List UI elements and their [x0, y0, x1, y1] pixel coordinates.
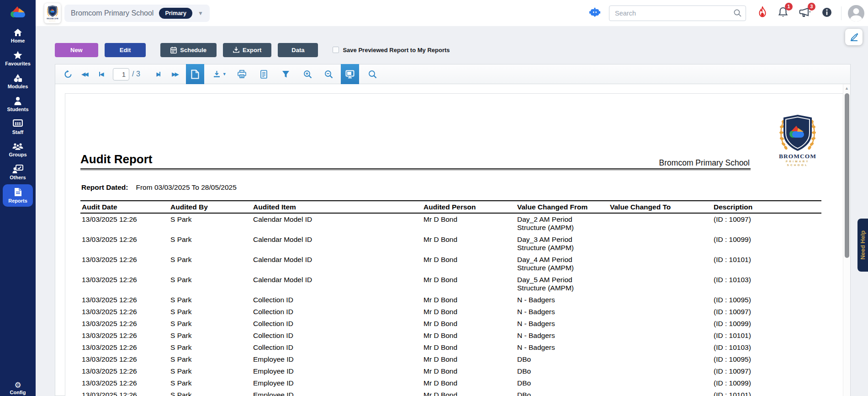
cell-audited-item: Calendar Model ID — [252, 274, 422, 294]
cell-value-changed-to — [609, 353, 712, 365]
cell-audited-by: S Park — [169, 330, 252, 342]
vertical-scrollbar[interactable]: ▲ — [843, 84, 850, 396]
assistant-bot-icon[interactable] — [589, 7, 601, 20]
zoom-out-icon[interactable] — [321, 64, 337, 84]
fit-to-screen-icon[interactable] — [341, 64, 359, 84]
cell-audited-item: Calendar Model ID — [252, 234, 422, 254]
cell-audit-date: 13/03/2025 12:26 — [80, 353, 169, 365]
cell-value-changed-from: Day_5 AM Period Structure (AMPM) — [516, 274, 609, 294]
page-number-input[interactable] — [113, 68, 129, 80]
pencil-icon — [849, 32, 859, 42]
need-help-tab[interactable]: Need Help — [857, 219, 868, 272]
save-report-option: Save Previewed Report to My Reports — [333, 47, 450, 54]
cell-value-changed-from: DBo — [516, 365, 609, 377]
cell-description: (ID : 10101) — [712, 330, 821, 342]
bromcom-cloud-logo — [0, 0, 36, 18]
cell-description: (ID : 10097) — [712, 365, 821, 377]
cell-value-changed-from: N - Badgers — [516, 318, 609, 330]
audit-table-header-row: Audit Date Audited By Audited Item Audit… — [80, 201, 821, 213]
fast-forward-icon[interactable]: ▶▶ — [167, 64, 183, 84]
sidebar-item-label: Config — [10, 390, 26, 395]
cell-audited-person: Mr D Bond — [422, 213, 516, 234]
sidebar-item-favourites[interactable]: Favourites — [3, 48, 33, 70]
search-box — [609, 5, 746, 21]
search-icon[interactable] — [733, 9, 742, 19]
sidebar-item-home[interactable]: Home — [3, 25, 33, 47]
cell-audited-person: Mr D Bond — [422, 318, 516, 330]
cell-audit-date: 13/03/2025 12:26 — [80, 234, 169, 254]
report-viewer: Audit Report Bromcom Primary School Repo… — [55, 84, 851, 396]
cell-audited-item: Employee ID — [252, 389, 422, 396]
refresh-icon[interactable] — [60, 64, 76, 84]
next-page-icon[interactable]: ▶ — [150, 64, 167, 84]
sidebar-item-modules[interactable]: Modules — [3, 70, 33, 92]
sidebar-item-label: Reports — [8, 198, 27, 203]
scroll-up-arrow-icon[interactable]: ▲ — [845, 86, 849, 91]
fast-rewind-icon[interactable]: ◀◀ — [76, 64, 93, 84]
filter-icon[interactable] — [278, 64, 294, 84]
cell-audited-item: Collection ID — [252, 318, 422, 330]
table-row: 13/03/2025 12:26 S Park Employee ID Mr D… — [80, 377, 821, 389]
cell-audited-item: Collection ID — [252, 306, 422, 318]
notifications-bell[interactable]: 1 — [778, 7, 788, 20]
search-input[interactable] — [609, 5, 746, 21]
single-page-view-icon[interactable] — [186, 64, 204, 84]
column-header: Audit Date — [80, 201, 169, 213]
cell-audited-by: S Park — [169, 254, 252, 274]
data-button[interactable]: Data — [278, 43, 318, 57]
cell-value-changed-to — [609, 213, 712, 234]
board-people-icon — [13, 119, 23, 128]
download-options-caret[interactable]: ▼ — [222, 72, 227, 76]
export-button[interactable]: Export — [223, 43, 271, 57]
column-header: Audited Person — [422, 201, 516, 213]
edit-button[interactable]: Edit — [105, 43, 146, 57]
scrollbar-thumb[interactable] — [845, 93, 849, 258]
cell-value-changed-to — [609, 318, 712, 330]
zoom-in-icon[interactable] — [300, 64, 316, 84]
sidebar-item-label: Staff — [12, 129, 23, 135]
whats-new-flame-icon[interactable] — [758, 6, 767, 20]
table-row: 13/03/2025 12:26 S Park Collection ID Mr… — [80, 306, 821, 318]
column-header: Description — [712, 201, 821, 213]
column-header: Audited By — [169, 201, 252, 213]
school-selector[interactable]: Bromcom Primary School Primary ▼ — [64, 5, 210, 22]
audit-table-body: 13/03/2025 12:26 S Park Calendar Model I… — [80, 213, 821, 396]
cell-value-changed-from: N - Badgers — [516, 294, 609, 306]
save-report-label: Save Previewed Report to My Reports — [343, 47, 450, 54]
report-action-bar: New Edit Schedule Export Data Save Previ… — [55, 41, 450, 59]
new-button[interactable]: New — [55, 43, 98, 57]
table-row: 13/03/2025 12:26 S Park Collection ID Mr… — [80, 294, 821, 306]
cell-audited-item: Collection ID — [252, 294, 422, 306]
info-icon[interactable] — [822, 7, 832, 19]
cell-audit-date: 13/03/2025 12:26 — [80, 213, 169, 234]
cell-audited-person: Mr D Bond — [422, 254, 516, 274]
cell-audited-by: S Park — [169, 274, 252, 294]
sidebar-item-groups[interactable]: Groups — [3, 139, 33, 161]
search-report-icon[interactable] — [365, 64, 381, 84]
report-school-crest — [777, 112, 818, 166]
schedule-label: Schedule — [180, 47, 206, 54]
print-icon[interactable] — [234, 64, 250, 84]
bell-badge: 1 — [785, 3, 793, 11]
cell-audited-item: Employee ID — [252, 365, 422, 377]
cell-audited-person: Mr D Bond — [422, 294, 516, 306]
save-report-checkbox[interactable] — [333, 47, 339, 53]
cell-value-changed-from: Day_4 AM Period Structure (AMPM) — [516, 254, 609, 274]
announcements-megaphone[interactable]: 3 — [799, 7, 811, 20]
export-document-icon[interactable] — [256, 64, 272, 84]
audit-table: Audit Date Audited By Audited Item Audit… — [80, 200, 821, 396]
schedule-button[interactable]: Schedule — [160, 43, 217, 57]
cell-value-changed-from: DBo — [516, 377, 609, 389]
table-row: 13/03/2025 12:26 S Park Calendar Model I… — [80, 274, 821, 294]
sidebar-item-config[interactable]: ⚙ Config — [0, 381, 36, 395]
table-row: 13/03/2025 12:26 S Park Collection ID Mr… — [80, 330, 821, 342]
sidebar-item-others[interactable]: Others — [3, 161, 33, 183]
cell-value-changed-from: N - Badgers — [516, 306, 609, 318]
previous-page-icon[interactable]: ◀ — [93, 64, 109, 84]
edit-compose-button[interactable] — [845, 29, 863, 45]
sidebar-item-students[interactable]: Students — [3, 93, 33, 115]
sidebar-item-reports[interactable]: Reports — [3, 184, 33, 207]
cell-description: (ID : 10103) — [712, 342, 821, 353]
sidebar-item-staff[interactable]: Staff — [3, 116, 33, 138]
user-avatar[interactable] — [848, 5, 864, 21]
